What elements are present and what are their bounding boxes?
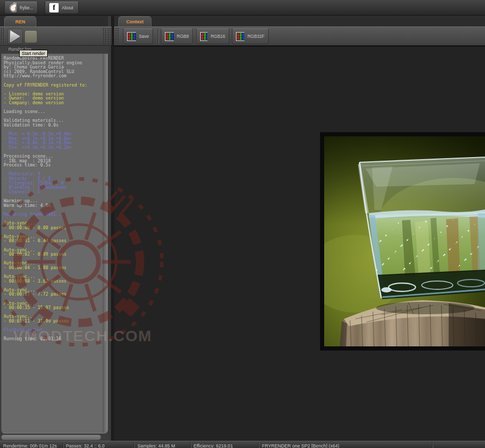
tab-context-label: Context (126, 19, 144, 24)
log-line: - 00:00:17 - 7.72 passes (4, 292, 101, 297)
log-line: - 00:00:35 - 15.97 passes (4, 305, 101, 310)
log-line: Running time: 00:01:16 (4, 337, 101, 341)
rgb-image-icon (200, 32, 207, 41)
status-bar: Rendertime: 00h 01m 12s Passes: 32.4 :: … (0, 441, 485, 448)
rgb8-button[interactable]: RGB8 (161, 29, 193, 44)
status-divider (134, 442, 135, 448)
toolbar-gripper[interactable] (107, 28, 111, 44)
log-line: - Company: demo version (4, 101, 101, 105)
log-line: - Dim: <+0.2m,+0.2m,+0.2m> (4, 145, 101, 150)
toolbar-gripper[interactable] (1, 28, 4, 44)
tab-ren[interactable]: REN (4, 16, 36, 26)
log-line: Loading scene... (4, 109, 101, 114)
render-log-text: RandomControl FRYRENDERPhysically-based … (4, 56, 101, 341)
rgb16-button[interactable]: RGB16 (196, 29, 229, 44)
glass-of-water-render (324, 136, 485, 346)
log-line: - 00:00:08 - 3.62 passes (4, 279, 101, 284)
log-line: - 00:01:11 - 31.99 passes (4, 319, 101, 324)
log-line: http://www.fryrender.com (4, 74, 101, 78)
rgb-image-icon (127, 32, 136, 41)
status-divider (258, 442, 259, 448)
status-efficiency: Efficiency: 6219.01 (193, 443, 233, 448)
about-f-icon: f (49, 3, 59, 12)
rgb16-button-label: RGB16 (211, 34, 225, 39)
rgb-image-icon (236, 32, 244, 41)
log-line: - Channels : C (4, 190, 101, 194)
context-toolbar: Save RGB8 RGB16 RGB32F (114, 26, 485, 46)
rendered-image (320, 132, 485, 351)
status-version: FRYRENDER one SP2 [Bench] (x64) (262, 443, 339, 448)
play-icon (9, 30, 21, 43)
render-toolbar: Start render (0, 26, 112, 46)
tab-context[interactable]: Context (118, 16, 151, 26)
water-glass (358, 157, 485, 299)
log-line: - 00:00:04 - 1.80 passes (4, 265, 101, 270)
toolbar-gripper[interactable] (103, 28, 106, 44)
status-passes: Passes: 32.4 :: 6.0 (66, 443, 105, 448)
save-button[interactable]: Save (123, 29, 153, 44)
rgb32f-button[interactable]: RGB32F (232, 29, 269, 44)
log-vertical-scrollbar[interactable] (103, 54, 107, 433)
status-rendertime: Rendertime: 00h 01m 12s (3, 443, 57, 448)
start-render-tooltip: Start render (19, 50, 48, 57)
log-line: Process time: 0.5s (4, 163, 101, 167)
fryrender-window: frybe... f About REN Context (0, 0, 485, 448)
log-line: Validation time: 0.0s (4, 123, 101, 128)
status-divider (190, 442, 191, 448)
save-button-label: Save (139, 34, 149, 39)
stop-render-button[interactable] (24, 30, 37, 43)
start-render-button[interactable] (7, 29, 23, 44)
about-button-label: About (62, 5, 73, 10)
status-samples: Samples: 44.85 M (137, 443, 175, 448)
log-line: - 00:00:01 - 0.44 passes (4, 239, 101, 243)
log-horizontal-scrollbar[interactable] (1, 435, 101, 440)
top-toolbar: frybe... f About (0, 0, 485, 16)
rgb-image-icon (165, 32, 174, 41)
tab-ren-label: REN (15, 19, 25, 24)
frybench-button-label: frybe... (20, 5, 33, 10)
log-line: - 00:00:00 - 0.00 passes (4, 226, 101, 230)
panel-divider (108, 16, 114, 441)
rgb32f-button-label: RGB32F (247, 34, 265, 39)
status-divider (432, 442, 433, 448)
frybench-button[interactable]: frybe... (4, 2, 38, 14)
log-line: - 00:00:02 - 0.89 passes (4, 252, 101, 257)
render-log-area[interactable]: RandomControl FRYRENDERPhysically-based … (1, 53, 108, 433)
rgb8-button-label: RGB8 (177, 34, 189, 39)
about-button[interactable]: f About (45, 2, 79, 14)
log-line: Rendering frame #001... (4, 212, 101, 217)
log-line: Copy of FRYRENDER registered to: (4, 83, 101, 88)
fryrender-logo-icon (9, 3, 17, 13)
log-line: Warm up time: 4.0s (4, 203, 101, 208)
tab-row: REN Context (0, 16, 485, 26)
log-line: Flushing output... (4, 328, 101, 332)
toolbar-gripper[interactable] (115, 28, 119, 44)
status-divider (63, 442, 64, 448)
toolbar-separator (158, 29, 159, 44)
